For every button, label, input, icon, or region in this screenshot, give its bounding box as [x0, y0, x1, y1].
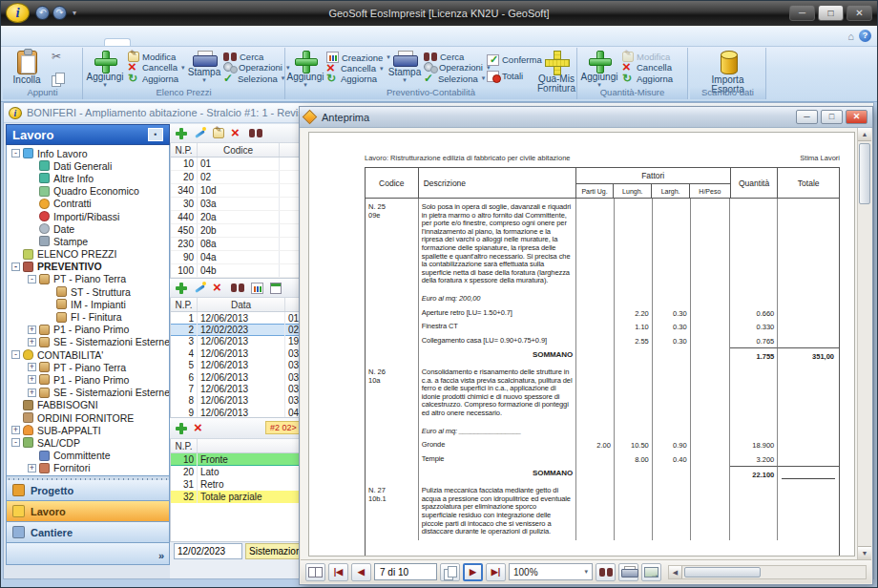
restore-button[interactable]: □ [821, 110, 843, 124]
tree-expander[interactable]: + [11, 426, 20, 434]
close-button[interactable]: ✕ [846, 110, 868, 124]
sidebar-item-progetto[interactable]: Progetto [6, 480, 170, 501]
seleziona-button[interactable]: Seleziona▾ [223, 74, 281, 84]
anteprima-titlebar[interactable]: Anteprima ─ □ ✕ [300, 107, 872, 128]
tree-item[interactable]: - SAL/CDP [7, 436, 169, 449]
scroll-left-icon[interactable]: ◀ [669, 566, 682, 578]
aggiorna-button[interactable]: Aggiorna [622, 74, 679, 84]
tree-item[interactable]: ST - Struttura [7, 285, 169, 298]
minimize-button[interactable]: ─ [789, 5, 815, 21]
binoculars-icon[interactable] [231, 284, 244, 292]
tree-expander[interactable]: + [28, 464, 36, 472]
importa-esporta-button[interactable]: Importa Esporta [702, 49, 754, 87]
totali-button[interactable]: Totali [487, 71, 534, 82]
aggiorna-button[interactable]: Aggiorna [326, 74, 386, 84]
help-icon[interactable]: ? [859, 30, 871, 42]
delete-icon[interactable] [194, 423, 205, 433]
next-page-button[interactable]: ▶ [463, 563, 483, 581]
tree-item[interactable]: + Fornitori [7, 462, 169, 474]
seleziona-button[interactable]: Seleziona▾ [424, 74, 483, 84]
tree-item[interactable]: Quadro Economico [7, 185, 169, 198]
tree-expander[interactable]: + [28, 338, 36, 346]
maximize-button[interactable]: □ [818, 5, 844, 21]
tree-expander[interactable]: + [28, 388, 36, 397]
conferma-button[interactable]: Conferma [487, 54, 534, 66]
creazione-button[interactable]: Creazione▾ [326, 52, 386, 63]
tree-item[interactable]: - PT - Piano Terra [7, 273, 169, 285]
cerca-button[interactable]: Cerca [424, 52, 483, 62]
scrollbar-thumb[interactable] [684, 567, 761, 578]
add-icon[interactable] [176, 283, 187, 294]
copy-page-button[interactable] [440, 563, 460, 581]
delete-icon[interactable] [231, 128, 242, 138]
page-layout-button[interactable] [305, 563, 325, 581]
add-icon[interactable] [176, 128, 187, 139]
sidebar-item-cantiere[interactable]: Cantiere [6, 522, 170, 543]
tree-expander[interactable]: - [28, 275, 36, 284]
vertical-scrollbar[interactable]: ▲ ▼ [857, 128, 871, 559]
aggiungi-button[interactable]: Aggiungi▾ [84, 49, 126, 87]
taglia-button[interactable] [52, 52, 71, 63]
tree-item[interactable]: ORDINI FORNITORE [7, 411, 169, 424]
tree-item[interactable]: Stampe [7, 235, 169, 247]
tree-expander[interactable]: - [11, 438, 20, 447]
add-icon[interactable] [176, 423, 187, 434]
copia-button[interactable] [52, 73, 71, 84]
export-button[interactable] [641, 563, 661, 581]
tree-expander[interactable]: + [28, 363, 36, 371]
page-number-input[interactable] [374, 563, 437, 580]
previous-page-button[interactable]: ◀ [351, 563, 371, 581]
wand-icon[interactable] [194, 282, 206, 294]
tree-item[interactable]: Dati Generali [7, 159, 169, 172]
tree-item[interactable]: Importi/Ribassi [7, 210, 169, 222]
first-page-button[interactable]: |◀ [328, 563, 348, 581]
binoculars-icon[interactable] [249, 129, 262, 137]
ribbon-tab[interactable] [79, 38, 104, 46]
chart-icon[interactable] [251, 283, 263, 294]
aggiungi-button[interactable]: Aggiungi▾ [286, 49, 324, 87]
date-field[interactable] [174, 543, 242, 559]
modifica-button[interactable]: Modifica [128, 52, 185, 62]
tree-expander[interactable]: - [11, 149, 20, 158]
tree-expander[interactable]: - [11, 350, 20, 359]
cerca-button[interactable]: Cerca [223, 52, 281, 62]
calendar-icon[interactable] [270, 283, 282, 294]
print-button[interactable] [618, 563, 638, 581]
qua-mis-fornitura-button[interactable]: Qua-Mis Fornitura [536, 49, 576, 87]
undo-icon[interactable]: ↶ [35, 6, 50, 20]
qat-dropdown-icon[interactable]: ▾ [73, 9, 76, 17]
stampa-button[interactable]: Stampa▾ [387, 49, 422, 87]
tree-item[interactable]: IM - Impianti [7, 298, 169, 310]
tree-item[interactable]: Contratti [7, 198, 169, 210]
tree-item[interactable]: - PREVENTIVO [7, 261, 169, 273]
horizontal-scrollbar[interactable]: ◀ [668, 565, 867, 579]
app-logo-icon[interactable]: i [6, 3, 30, 23]
aggiorna-button[interactable]: Aggiorna [128, 74, 185, 84]
scroll-up-icon[interactable]: ▲ [858, 128, 871, 141]
chevron-icon[interactable]: » [158, 550, 164, 561]
ribbon-tab[interactable] [54, 38, 79, 46]
tree-expander[interactable]: + [28, 326, 36, 334]
find-button[interactable] [596, 563, 616, 581]
zoom-select[interactable]: 100%▾ [509, 563, 593, 580]
last-page-button[interactable]: ▶| [486, 563, 506, 581]
tree-item[interactable]: FABBISOGNI [7, 399, 169, 411]
edit-icon[interactable] [213, 128, 224, 138]
tree-item[interactable]: Altre Info [7, 172, 169, 184]
scrollbar-thumb[interactable] [859, 143, 870, 204]
ribbon-tab[interactable] [131, 38, 156, 46]
tree-item[interactable]: + SE - Sistemazioni Esterne [7, 336, 169, 348]
tree-expander[interactable]: + [28, 375, 36, 384]
tree-item[interactable]: Committente [7, 450, 169, 462]
tree-expander[interactable]: - [11, 262, 20, 271]
tree-item[interactable]: - CONTABILITA' [7, 348, 169, 361]
ribbon-tab[interactable] [30, 38, 54, 46]
aggiungi-button[interactable]: Aggiungi▾ [578, 49, 620, 87]
tree-item[interactable]: - Info Lavoro [7, 147, 169, 159]
ribbon-tab[interactable] [104, 38, 131, 46]
tree-item[interactable]: ELENCO PREZZI [7, 248, 169, 261]
tree-item[interactable]: + SE - Sistemazioni Esterne [7, 387, 169, 399]
wand-icon[interactable] [194, 127, 206, 139]
delete-icon[interactable] [213, 283, 224, 293]
tree-item[interactable]: Date [7, 222, 169, 235]
